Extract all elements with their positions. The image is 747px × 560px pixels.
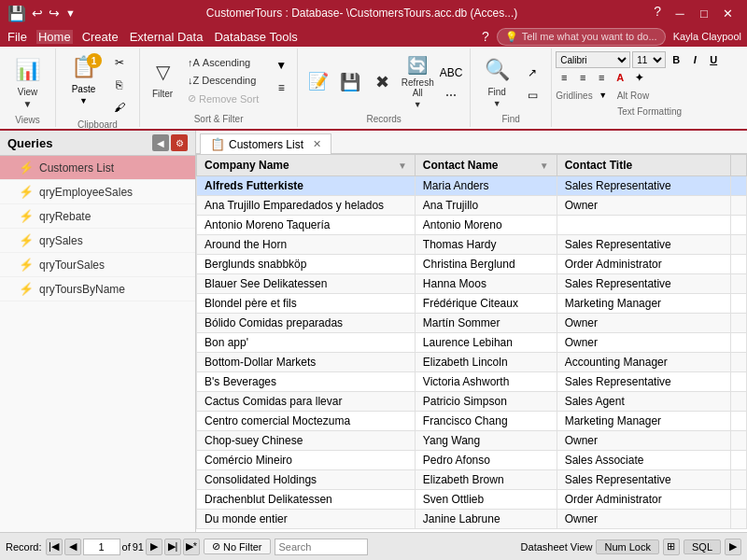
database-tools-tab[interactable]: Database Tools (212, 30, 299, 44)
spell-check-button[interactable]: ABC (438, 63, 464, 83)
more-records-button[interactable]: ⋯ (438, 85, 464, 105)
maximize-button[interactable]: □ (693, 4, 715, 22)
prev-record-button[interactable]: ◀ (64, 539, 81, 555)
font-select[interactable]: Calibri (556, 51, 630, 68)
quick-access-redo[interactable]: ↪ (49, 6, 60, 21)
sidebar-item-customers-list[interactable]: ⚡ Customers List (0, 156, 195, 180)
table-row[interactable]: Drachenblut DelikatessenSven OttliebOrde… (197, 490, 747, 510)
table-row[interactable]: Bólido Comidas preparadasMartín SommerOw… (197, 314, 747, 333)
font-size-select[interactable]: 11 (632, 51, 666, 68)
customers-list-tab[interactable]: 📋 Customers List ✕ (200, 133, 331, 154)
table-row[interactable]: Blauer See DelikatessenHanna MoosSales R… (197, 274, 747, 294)
table-row[interactable]: Bottom-Dollar MarketsElizabeth LincolnAc… (197, 353, 747, 372)
toggle-filter-button[interactable]: ▼ (271, 55, 291, 76)
refresh-button[interactable]: 🔄 Refresh All ▼ (399, 55, 436, 109)
ribbon-group-sort-filter: ▽ Filter ↑A Ascending ↓Z Descending (140, 49, 298, 127)
row-scrollbar (730, 235, 746, 255)
select-button[interactable]: ▭ (519, 85, 545, 105)
ribbon-help-icon[interactable]: ? (482, 29, 489, 44)
create-tab[interactable]: Create (80, 30, 120, 44)
font-color-button[interactable]: A (612, 69, 628, 86)
filter-options-button[interactable]: ≡ (271, 77, 291, 98)
row-scrollbar (730, 196, 746, 216)
status-right: Datasheet View Num Lock ⊞ SQL ▶ (521, 539, 741, 555)
minimize-button[interactable]: ─ (669, 4, 691, 22)
table-row[interactable]: Centro comercial MoctezumaFrancisco Chan… (197, 412, 747, 431)
table-row[interactable]: Antonio Moreno TaqueríaAntonio Moreno (197, 216, 747, 235)
sidebar-options-button[interactable]: ⚙ (171, 134, 188, 151)
contact-cell: Martín Sommer (415, 314, 557, 333)
quick-access-undo[interactable]: ↩ (32, 6, 43, 21)
align-right-button[interactable]: ≡ (593, 69, 610, 86)
table-row[interactable]: Chop-suey ChineseYang WangOwner (197, 431, 747, 451)
paste-button[interactable]: 1 📋 Paste ▼ (63, 50, 105, 106)
view-button[interactable]: 📊 View ▼ (7, 54, 49, 110)
sidebar-item-qryrebate[interactable]: ⚡ qryRebate (0, 204, 195, 229)
gridlines-button[interactable]: ▼ (595, 87, 612, 104)
table-row[interactable]: Ana Trujillo Emparedados y heladosAna Tr… (197, 196, 747, 216)
copy-button[interactable]: ⎘ (106, 75, 133, 95)
align-left-button[interactable]: ≡ (556, 69, 572, 86)
column-header-contact[interactable]: Contact Name ▼ (415, 155, 557, 176)
table-row[interactable]: Alfreds FutterkisteMaria AndersSales Rep… (197, 176, 747, 196)
company-cell: Comércio Mineiro (197, 451, 416, 470)
search-input[interactable] (275, 539, 368, 555)
goto-button[interactable]: ↗ (519, 63, 545, 83)
highlight-button[interactable]: ✦ (630, 69, 647, 86)
descending-button[interactable]: ↓Z Descending (183, 73, 261, 88)
table-row[interactable]: Du monde entierJanine LabruneOwner (197, 510, 747, 529)
status-grid-button[interactable]: ⊞ (663, 539, 680, 555)
record-total: 91 (133, 541, 144, 553)
sidebar-collapse-button[interactable]: ◀ (152, 134, 169, 151)
sidebar-item-qryemployeesales[interactable]: ⚡ qryEmployeeSales (0, 180, 195, 204)
format-painter-icon: 🖌 (114, 101, 125, 114)
record-nav: |◀ ◀ of 91 ▶ ▶| ▶* (46, 539, 200, 555)
sidebar-item-qrysales[interactable]: ⚡ qrySales (0, 229, 195, 253)
title-cell: Sales Associate (557, 451, 730, 470)
find-button[interactable]: 🔍 Find ▼ (476, 54, 517, 110)
table-row[interactable]: Around the HornThomas HardySales Represe… (197, 235, 747, 255)
first-record-button[interactable]: |◀ (46, 539, 63, 555)
cut-button[interactable]: ✂ (106, 52, 133, 73)
table-row[interactable]: Bon app'Laurence LebihanOwner (197, 333, 747, 353)
table-row[interactable]: Comércio MineiroPedro AfonsoSales Associ… (197, 451, 747, 470)
remove-sort-button[interactable]: ⊘ Remove Sort (183, 91, 263, 106)
column-header-company[interactable]: Company Name ▼ (197, 155, 416, 176)
column-header-title[interactable]: Contact Title (557, 155, 730, 176)
format-painter-button[interactable]: 🖌 (106, 97, 133, 118)
tab-close-button[interactable]: ✕ (313, 138, 321, 150)
record-number-input[interactable] (83, 539, 120, 555)
sidebar-item-qrytoursales[interactable]: ⚡ qryTourSales (0, 253, 195, 277)
italic-button[interactable]: I (686, 51, 703, 68)
table-row[interactable]: Cactus Comidas para llevarPatricio Simps… (197, 392, 747, 412)
company-cell: Blondel père et fils (197, 294, 416, 314)
filter-toggle-button[interactable]: ⊘ No Filter (204, 539, 271, 554)
file-tab[interactable]: File (6, 30, 29, 44)
row-scrollbar (730, 392, 746, 412)
new-record-button[interactable]: 📝 (303, 55, 333, 109)
external-data-tab[interactable]: External Data (128, 30, 205, 44)
new-blank-record-button[interactable]: ▶* (183, 539, 200, 555)
tell-me-bar[interactable]: 💡 Tell me what you want to do... (497, 28, 666, 46)
status-next-button[interactable]: ▶ (725, 539, 741, 555)
help-icon[interactable]: ? (648, 4, 667, 22)
company-cell: Alfreds Futterkiste (197, 176, 416, 196)
contact-name-header: Contact Name (423, 159, 499, 172)
save-record-button[interactable]: 💾 (335, 55, 365, 109)
table-row[interactable]: Blondel père et filsFrédérique CiteauxMa… (197, 294, 747, 314)
table-row[interactable]: Consolidated HoldingsElizabeth BrownSale… (197, 470, 747, 490)
filter-button[interactable]: ▽ Filter (146, 51, 179, 104)
table-row[interactable]: B's BeveragesVictoria AshworthSales Repr… (197, 372, 747, 392)
bold-button[interactable]: B (668, 51, 684, 68)
close-button[interactable]: ✕ (717, 4, 740, 22)
quick-access-more[interactable]: ▼ (65, 7, 76, 19)
last-record-button[interactable]: ▶| (164, 539, 181, 555)
sidebar-item-qrytoursbyname[interactable]: ⚡ qryToursByName (0, 277, 195, 301)
underline-button[interactable]: U (705, 51, 722, 68)
next-record-button[interactable]: ▶ (146, 539, 162, 555)
home-tab-active[interactable]: Home (36, 30, 73, 44)
delete-record-button[interactable]: ✖ (367, 55, 397, 109)
table-row[interactable]: Berglunds snabbköpChristina BerglundOrde… (197, 255, 747, 274)
align-center-button[interactable]: ≡ (574, 69, 591, 86)
ascending-button[interactable]: ↑A Ascending (183, 55, 255, 70)
